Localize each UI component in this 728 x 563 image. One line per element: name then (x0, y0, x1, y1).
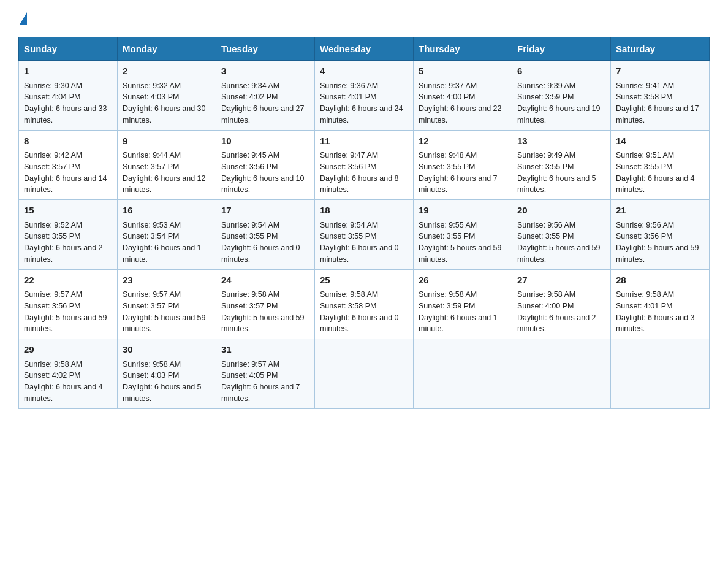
calendar-table: SundayMondayTuesdayWednesdayThursdayFrid… (18, 37, 710, 409)
calendar-cell: 15Sunrise: 9:52 AMSunset: 3:55 PMDayligh… (19, 200, 118, 270)
sunrise-info: Sunrise: 9:42 AM (24, 150, 112, 161)
daylight-info: Daylight: 6 hours and 3 minutes. (616, 312, 704, 335)
day-number: 4 (320, 64, 408, 79)
sunrise-info: Sunrise: 9:55 AM (419, 220, 507, 231)
sunrise-info: Sunrise: 9:58 AM (320, 289, 408, 301)
calendar-cell: 14Sunrise: 9:51 AMSunset: 3:55 PMDayligh… (611, 130, 710, 200)
daylight-info: Daylight: 6 hours and 4 minutes. (616, 173, 704, 196)
sunrise-info: Sunrise: 9:58 AM (221, 289, 309, 301)
sunset-info: Sunset: 4:05 PM (221, 370, 309, 381)
sunrise-info: Sunrise: 9:41 AM (616, 80, 704, 92)
sunset-info: Sunset: 4:04 PM (24, 91, 112, 103)
calendar-cell: 8Sunrise: 9:42 AMSunset: 3:57 PMDaylight… (19, 130, 118, 200)
sunrise-info: Sunrise: 9:52 AM (24, 220, 112, 231)
calendar-cell: 23Sunrise: 9:57 AMSunset: 3:57 PMDayligh… (118, 269, 216, 339)
day-number: 20 (517, 204, 605, 218)
calendar-cell: 17Sunrise: 9:54 AMSunset: 3:55 PMDayligh… (216, 200, 315, 270)
sunrise-info: Sunrise: 9:34 AM (221, 80, 309, 92)
sunrise-info: Sunrise: 9:32 AM (123, 80, 211, 92)
sunset-info: Sunset: 4:00 PM (419, 91, 507, 103)
logo-triangle-icon (20, 12, 27, 25)
daylight-info: Daylight: 6 hours and 17 minutes. (616, 103, 704, 126)
day-number: 23 (123, 274, 211, 288)
sunrise-info: Sunrise: 9:58 AM (419, 289, 507, 301)
sunset-info: Sunset: 3:57 PM (123, 301, 211, 312)
calendar-cell: 31Sunrise: 9:57 AMSunset: 4:05 PMDayligh… (216, 339, 315, 409)
col-header-friday: Friday (512, 37, 611, 61)
sunset-info: Sunset: 3:55 PM (419, 161, 507, 173)
day-number: 24 (221, 274, 309, 288)
day-number: 1 (24, 64, 112, 79)
calendar-cell: 5Sunrise: 9:37 AMSunset: 4:00 PMDaylight… (414, 61, 512, 131)
calendar-cell (315, 339, 414, 409)
day-number: 2 (123, 64, 211, 79)
daylight-info: Daylight: 6 hours and 7 minutes. (221, 381, 309, 405)
day-number: 26 (419, 274, 507, 288)
day-number: 13 (517, 134, 605, 148)
col-header-tuesday: Tuesday (216, 37, 315, 61)
col-header-saturday: Saturday (611, 37, 710, 61)
day-number: 19 (419, 204, 507, 218)
daylight-info: Daylight: 6 hours and 7 minutes. (419, 173, 507, 196)
sunset-info: Sunset: 4:02 PM (221, 91, 309, 103)
sunrise-info: Sunrise: 9:57 AM (123, 289, 211, 301)
sunset-info: Sunset: 3:56 PM (320, 161, 408, 173)
sunset-info: Sunset: 4:03 PM (123, 370, 211, 381)
daylight-info: Daylight: 5 hours and 59 minutes. (221, 312, 309, 335)
calendar-cell: 10Sunrise: 9:45 AMSunset: 3:56 PMDayligh… (216, 130, 315, 200)
day-number: 28 (616, 274, 704, 288)
daylight-info: Daylight: 5 hours and 59 minutes. (419, 242, 507, 266)
sunrise-info: Sunrise: 9:45 AM (221, 150, 309, 161)
calendar-cell: 19Sunrise: 9:55 AMSunset: 3:55 PMDayligh… (414, 200, 512, 270)
day-number: 9 (123, 134, 211, 148)
sunrise-info: Sunrise: 9:58 AM (123, 359, 211, 370)
daylight-info: Daylight: 6 hours and 33 minutes. (24, 103, 112, 126)
calendar-cell: 30Sunrise: 9:58 AMSunset: 4:03 PMDayligh… (118, 339, 216, 409)
day-number: 16 (123, 204, 211, 218)
calendar-cell: 3Sunrise: 9:34 AMSunset: 4:02 PMDaylight… (216, 61, 315, 131)
sunrise-info: Sunrise: 9:56 AM (517, 220, 605, 231)
daylight-info: Daylight: 6 hours and 10 minutes. (221, 173, 309, 196)
calendar-cell: 7Sunrise: 9:41 AMSunset: 3:58 PMDaylight… (611, 61, 710, 131)
sunrise-info: Sunrise: 9:30 AM (24, 80, 112, 92)
sunrise-info: Sunrise: 9:51 AM (616, 150, 704, 161)
sunrise-info: Sunrise: 9:36 AM (320, 80, 408, 92)
calendar-cell (414, 339, 512, 409)
sunset-info: Sunset: 3:56 PM (24, 301, 112, 312)
daylight-info: Daylight: 6 hours and 5 minutes. (123, 381, 211, 405)
sunset-info: Sunset: 4:00 PM (517, 301, 605, 312)
sunset-info: Sunset: 3:55 PM (24, 231, 112, 242)
sunset-info: Sunset: 3:54 PM (123, 231, 211, 242)
day-number: 18 (320, 204, 408, 218)
daylight-info: Daylight: 6 hours and 2 minutes. (517, 312, 605, 335)
sunset-info: Sunset: 4:02 PM (24, 370, 112, 381)
day-number: 21 (616, 204, 704, 218)
calendar-cell (611, 339, 710, 409)
day-number: 17 (221, 204, 309, 218)
daylight-info: Daylight: 6 hours and 5 minutes. (517, 173, 605, 196)
calendar-week-row: 22Sunrise: 9:57 AMSunset: 3:56 PMDayligh… (19, 269, 710, 339)
daylight-info: Daylight: 6 hours and 12 minutes. (123, 173, 211, 196)
calendar-cell: 9Sunrise: 9:44 AMSunset: 3:57 PMDaylight… (118, 130, 216, 200)
daylight-info: Daylight: 6 hours and 1 minute. (419, 312, 507, 335)
calendar-header-row: SundayMondayTuesdayWednesdayThursdayFrid… (19, 37, 710, 61)
sunset-info: Sunset: 3:58 PM (320, 301, 408, 312)
calendar-cell: 2Sunrise: 9:32 AMSunset: 4:03 PMDaylight… (118, 61, 216, 131)
calendar-cell: 26Sunrise: 9:58 AMSunset: 3:59 PMDayligh… (414, 269, 512, 339)
calendar-week-row: 15Sunrise: 9:52 AMSunset: 3:55 PMDayligh… (19, 200, 710, 270)
daylight-info: Daylight: 6 hours and 1 minute. (123, 242, 211, 266)
sunset-info: Sunset: 4:03 PM (123, 91, 211, 103)
sunrise-info: Sunrise: 9:44 AM (123, 150, 211, 161)
sunrise-info: Sunrise: 9:58 AM (24, 359, 112, 370)
day-number: 27 (517, 274, 605, 288)
day-number: 3 (221, 64, 309, 79)
sunset-info: Sunset: 3:59 PM (517, 91, 605, 103)
calendar-cell (512, 339, 611, 409)
sunrise-info: Sunrise: 9:57 AM (24, 289, 112, 301)
sunset-info: Sunset: 3:55 PM (221, 231, 309, 242)
page-header (18, 12, 710, 25)
calendar-cell: 29Sunrise: 9:58 AMSunset: 4:02 PMDayligh… (19, 339, 118, 409)
calendar-cell: 1Sunrise: 9:30 AMSunset: 4:04 PMDaylight… (19, 61, 118, 131)
day-number: 6 (517, 64, 605, 79)
calendar-week-row: 8Sunrise: 9:42 AMSunset: 3:57 PMDaylight… (19, 130, 710, 200)
